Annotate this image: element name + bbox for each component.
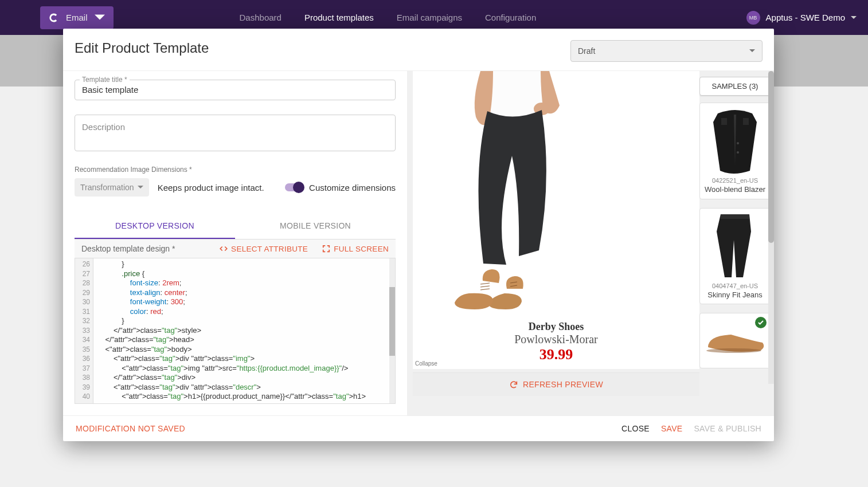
code-editor[interactable]: 262728293031323334353637383940 } .price …	[75, 258, 396, 404]
right-column: Derby Shoes Powlowski-Morar 39.99 Collap…	[407, 71, 774, 415]
chevron-down-icon	[749, 48, 755, 54]
nav-link-email-campaigns[interactable]: Email campaigns	[397, 13, 462, 22]
description-field-wrapper	[75, 115, 396, 151]
preview-text: Derby Shoes Powlowski-Morar 39.99	[413, 317, 699, 369]
brand-logo-icon	[49, 13, 59, 23]
sample-name: Skinny Fit Jeans	[702, 290, 768, 300]
svg-rect-7	[721, 118, 727, 125]
dimensions-row: Transformation Keeps product image intac…	[75, 178, 396, 197]
svg-rect-11	[721, 214, 749, 219]
chevron-down-icon	[95, 13, 105, 23]
full-screen-button[interactable]: FULL SCREEN	[322, 245, 389, 253]
sample-image	[702, 211, 768, 280]
save-button[interactable]: SAVE	[661, 424, 683, 433]
chevron-down-icon	[851, 15, 857, 21]
samples-button[interactable]: SAMPLES (3)	[699, 77, 771, 96]
account-name: Apptus - SWE Demo	[766, 13, 845, 22]
description-input[interactable]	[82, 122, 388, 147]
modal-body: Template title * Recommendation Image Di…	[63, 70, 774, 415]
status-dropdown[interactable]: Draft	[570, 40, 763, 62]
status-value: Draft	[578, 46, 595, 56]
svg-point-12	[706, 348, 761, 353]
right-scrollbar[interactable]	[768, 71, 774, 384]
title-field-wrapper: Template title *	[75, 80, 396, 100]
product-illustration	[413, 71, 611, 317]
nav-link-configuration[interactable]: Configuration	[485, 13, 536, 22]
nav-link-product-templates[interactable]: Product templates	[304, 13, 374, 22]
nav-links: Dashboard Product templates Email campai…	[240, 13, 537, 22]
svg-point-10	[737, 151, 739, 154]
preview-card: Derby Shoes Powlowski-Morar 39.99 Collap…	[413, 71, 699, 369]
brand-dropdown[interactable]: Email	[40, 6, 114, 29]
toggle-switch[interactable]	[285, 183, 303, 191]
preview-brand: Powlowski-Morar	[413, 333, 699, 346]
svg-point-9	[737, 142, 739, 144]
sample-item-jeans[interactable]: 0404747_en-US Skinny Fit Jeans	[699, 208, 771, 305]
edit-template-modal: Edit Product Template Draft Template tit…	[63, 29, 774, 441]
version-tabs: DESKTOP VERSION MOBILE VERSION	[75, 214, 396, 239]
sample-id: 0422521_en-US	[702, 177, 768, 184]
modal-header: Edit Product Template Draft	[63, 29, 774, 70]
avatar: MB	[746, 11, 760, 25]
brand-label: Email	[66, 13, 88, 22]
product-image	[413, 71, 611, 317]
transformation-dropdown[interactable]: Transformation	[75, 178, 149, 197]
svg-rect-8	[743, 118, 749, 125]
close-button[interactable]: CLOSE	[621, 424, 650, 433]
line-gutter: 262728293031323334353637383940	[75, 258, 93, 403]
title-input[interactable]	[82, 85, 388, 95]
customize-label: Customize dimensions	[309, 183, 396, 193]
code-content[interactable]: } .price { font-size: 2rem; text-align: …	[93, 258, 395, 403]
fullscreen-icon	[322, 245, 330, 253]
nav-link-dashboard[interactable]: Dashboard	[240, 13, 281, 22]
account-menu[interactable]: MB Apptus - SWE Demo	[746, 11, 857, 25]
preview-price: 39.99	[413, 346, 699, 363]
unsaved-warning: MODIFICATION NOT SAVED	[76, 424, 185, 433]
modal-title: Edit Product Template	[75, 40, 209, 56]
editor-label: Desktop template design *	[81, 244, 175, 253]
modal-footer: MODIFICATION NOT SAVED CLOSE SAVE SAVE &…	[63, 415, 774, 441]
sample-id: 0404747_en-US	[702, 282, 768, 289]
code-icon	[220, 245, 228, 253]
code-scrollbar[interactable]	[389, 258, 395, 403]
sample-item-shoe[interactable]	[699, 313, 771, 368]
save-publish-button[interactable]: SAVE & PUBLISH	[694, 424, 761, 433]
preview-product-name: Derby Shoes	[413, 321, 699, 333]
editor-header: Desktop template design * SELECT ATTRIBU…	[75, 239, 396, 258]
sample-image	[702, 325, 768, 356]
chevron-down-icon	[138, 184, 143, 190]
select-attribute-button[interactable]: SELECT ATTRIBUTE	[220, 245, 308, 253]
refresh-icon	[509, 380, 518, 389]
samples-panel: SAMPLES (3) 0422521_en-US Wool-blend Bla…	[699, 71, 774, 415]
customize-toggle[interactable]: Customize dimensions	[285, 183, 396, 193]
sample-image	[702, 106, 768, 175]
title-label: Template title *	[80, 76, 130, 84]
tab-desktop[interactable]: DESKTOP VERSION	[75, 214, 235, 239]
tab-mobile[interactable]: MOBILE VERSION	[235, 214, 396, 239]
dimensions-label: Recommendation Image Dimensions *	[75, 166, 396, 174]
sample-item-blazer[interactable]: 0422521_en-US Wool-blend Blazer	[699, 103, 771, 199]
preview-panel: Derby Shoes Powlowski-Morar 39.99 Collap…	[407, 71, 699, 415]
transformation-label: Transformation	[80, 183, 134, 192]
refresh-preview-button[interactable]: REFRESH PREVIEW	[413, 372, 699, 396]
sample-name: Wool-blend Blazer	[702, 185, 768, 194]
keeps-intact-label: Keeps product image intact.	[158, 183, 264, 193]
collapse-button[interactable]: Collapse	[415, 360, 437, 367]
left-column: Template title * Recommendation Image Di…	[63, 71, 407, 415]
